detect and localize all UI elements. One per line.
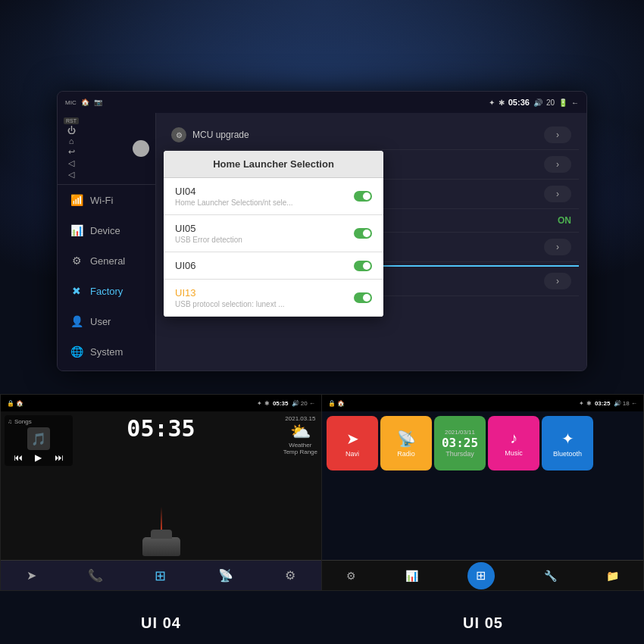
ui05-nav-settings[interactable]: ⚙ [346, 570, 356, 582]
ui04-toggle[interactable] [354, 191, 372, 202]
app-music[interactable]: ♪ Music [488, 416, 539, 470]
ui05-status-bar: 🔒 🏠 ✦ ✱ 03:25 🔊 18 ← [322, 395, 643, 411]
ui04-big-time: 05:35 [127, 415, 195, 442]
ui05-sub: USB Error detection [175, 236, 242, 244]
ui06-label: UI06 [175, 260, 195, 271]
sidebar-item-device[interactable]: 📊 Device [58, 215, 155, 245]
car-roof [151, 530, 172, 539]
ui05-back-icon[interactable]: ← [631, 400, 637, 407]
ui04-nav-home[interactable]: ⊞ [155, 567, 166, 584]
vol-up-icon[interactable]: ◁ [68, 170, 74, 180]
general-icon: ⚙ [69, 255, 84, 267]
mcu-arrow[interactable]: › [544, 127, 571, 143]
ui13-toggle[interactable] [354, 292, 372, 303]
ui04-status-bar: 🔒 🏠 ✦ ✱ 05:35 🔊 20 ← [1, 395, 321, 411]
ui05-nav-gear[interactable]: 🔧 [544, 570, 557, 582]
launcher-dropdown: Home Launcher Selection UI04 Home Launch… [164, 151, 383, 317]
sidebar-factory-label: Factory [90, 286, 123, 297]
vol-down-icon[interactable]: ◁ [68, 158, 74, 168]
sidebar-item-wifi[interactable]: 📶 Wi-Fi [58, 185, 155, 215]
ui-labels: UI 04 UI 05 [0, 602, 644, 644]
status-time: 05:36 [508, 98, 530, 107]
music-app-label: Music [505, 449, 523, 457]
row2-arrow[interactable]: › [544, 156, 571, 173]
sidebar-item-general[interactable]: ⚙ General [58, 245, 155, 276]
wifi-icon: ✱ [499, 98, 505, 107]
prev-icon[interactable]: ⏮ [14, 452, 23, 463]
ui05-home-nav-icon: ⊞ [476, 568, 486, 583]
ui06-item-left: UI06 [175, 260, 195, 271]
battery-icon: 🔋 [558, 98, 567, 107]
ui13-arrow[interactable]: › [544, 186, 571, 202]
back-icon[interactable]: ← [571, 98, 579, 107]
ui04-back-icon[interactable]: ← [309, 400, 315, 407]
clock-date-label: 2021/03/11 [445, 429, 475, 436]
ui04-nav-settings[interactable]: ⚙ [285, 568, 295, 583]
app-clock[interactable]: 2021/03/11 03:25 Thursday [434, 416, 486, 470]
home-sidebar-icon[interactable]: ⌂ [69, 136, 74, 145]
ui04-bt-icon: ✦ [257, 400, 262, 407]
sidebar-wifi-label: Wi-Fi [90, 195, 113, 206]
music-controls[interactable]: ⏮ ▶ ⏭ [8, 452, 70, 463]
ui13-dropdown-label: UI13 [175, 287, 285, 299]
music-album-art: 🎵 [27, 427, 50, 450]
sidebar-system-label: System [90, 346, 123, 358]
app-radio[interactable]: 📡 Radio [380, 416, 432, 470]
ui06-toggle[interactable] [354, 261, 372, 271]
ui04-content: ♫ Songs 🎵 ⏮ ▶ ⏭ 05:35 [1, 411, 321, 560]
ui05-label: UI05 [175, 223, 242, 234]
ui04-time: 05:35 [273, 400, 288, 407]
ui05-toggle[interactable] [354, 228, 372, 239]
dropdown-item-ui05[interactable]: UI05 USB Error detection [164, 215, 383, 252]
user-icon: 👤 [69, 315, 84, 327]
sidebar-item-user[interactable]: 👤 User [58, 306, 155, 336]
ui05-nav-files[interactable]: 📁 [606, 570, 619, 582]
play-icon[interactable]: ▶ [35, 452, 42, 463]
main-screen: MIC 🏠 📷 ✦ ✱ 05:36 🔊 20 🔋 ← RST ⏻ ⌂ ↩ ◁ ◁ [57, 91, 587, 371]
ui05-home-icon: 🏠 [337, 400, 345, 407]
ui04-status-left: 🔒 🏠 [7, 400, 23, 407]
system-icon: 🌐 [69, 345, 84, 358]
ui05-bottom-label: UI 05 [322, 602, 644, 644]
ui05-nav-stats[interactable]: 📊 [405, 570, 418, 582]
clock-day-label: Thursday [445, 450, 474, 458]
ui05-item-left: UI05 USB Error detection [175, 223, 242, 244]
weather-widget: 2021.03.15 ⛅ Weather Temp Range [283, 415, 317, 455]
dropdown-title: Home Launcher Selection [164, 151, 383, 178]
sidebar-item-factory[interactable]: ✖ Factory [58, 276, 155, 306]
dropdown-item-ui04[interactable]: UI04 Home Launcher Selection/nt sele... [164, 178, 383, 215]
ui04-item-left: UI04 Home Launcher Selection/nt sele... [175, 186, 293, 207]
bottom-screens: 🔒 🏠 ✦ ✱ 05:35 🔊 20 ← ♫ [0, 394, 644, 602]
weather-sub: Temp Range [283, 449, 317, 455]
ui05-vol-icon: 🔊 [614, 400, 621, 407]
home-icon: 🏠 [81, 98, 89, 106]
ui04-home-icon: 🏠 [16, 400, 23, 407]
app-grid: ➤ Navi 📡 Radio 2021/03/11 03:25 Thursday… [322, 411, 643, 475]
app-navi[interactable]: ➤ Navi [327, 416, 378, 470]
battery-value: 20 [546, 98, 555, 107]
ui04-screen: 🔒 🏠 ✦ ✱ 05:35 🔊 20 ← ♫ [0, 394, 322, 591]
dropdown-item-ui13[interactable]: UI13 USB protocol selection: lunext ... [164, 280, 383, 317]
usb-proto-arrow[interactable]: › [544, 239, 571, 255]
bt-app-label: Bluetooth [553, 450, 582, 458]
dropdown-item-ui06[interactable]: UI06 [164, 252, 383, 280]
ui04-nav-navi[interactable]: ➤ [27, 568, 36, 583]
ui05-nav-home[interactable]: ⊞ [467, 562, 495, 589]
mic-label: MIC [65, 99, 77, 106]
back-sidebar-icon[interactable]: ↩ [68, 147, 75, 157]
power-icon[interactable]: ⏻ [67, 126, 76, 135]
ui04-nav-signal[interactable]: 📡 [218, 568, 233, 583]
usb-error-toggle[interactable]: ON [558, 215, 571, 226]
wifi-sidebar-icon: 📶 [69, 194, 84, 206]
navi-icon: ➤ [346, 430, 359, 448]
ui04-nav-phone[interactable]: 📞 [88, 568, 103, 583]
factory-icon: ✖ [69, 285, 84, 297]
ui04-status-right: ✦ ✱ 05:35 🔊 20 ← [257, 400, 315, 407]
camera-icon: 📷 [94, 98, 102, 106]
next-icon[interactable]: ⏭ [55, 452, 64, 463]
sidebar-item-system[interactable]: 🌐 System [58, 336, 155, 367]
app-bluetooth[interactable]: ✦ Bluetooth [542, 416, 593, 470]
bluetooth-icon: ✦ [489, 98, 495, 107]
export-arrow[interactable]: › [544, 273, 571, 289]
menu-row-mcu: ⚙ MCU upgrade › [164, 120, 579, 150]
